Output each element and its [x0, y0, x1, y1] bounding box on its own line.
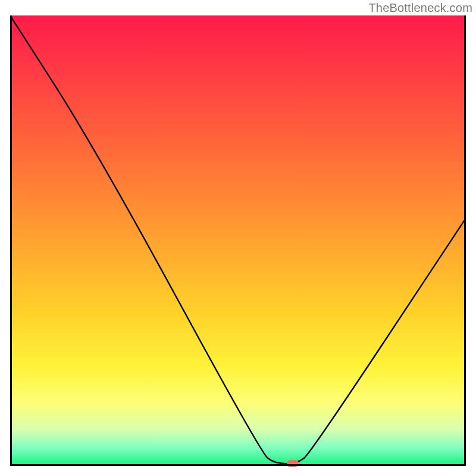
attribution-text: TheBottleneck.com — [368, 1, 472, 15]
chart-frame: TheBottleneck.com — [0, 0, 476, 476]
bottleneck-curve — [10, 15, 466, 466]
optimum-marker — [287, 460, 299, 467]
plot-area — [10, 15, 466, 466]
